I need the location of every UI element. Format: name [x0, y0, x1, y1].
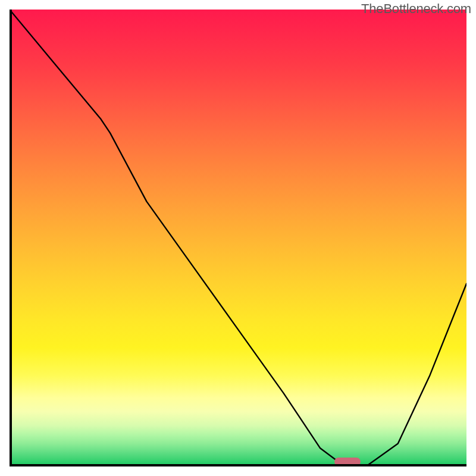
- plot-area: [10, 10, 466, 466]
- bottleneck-curve-path: [10, 10, 466, 466]
- chart-container: TheBottleneck.com: [0, 0, 476, 476]
- optimal-marker-pill: [334, 458, 361, 466]
- curve-svg: [10, 10, 466, 466]
- watermark-label: TheBottleneck.com: [361, 1, 471, 17]
